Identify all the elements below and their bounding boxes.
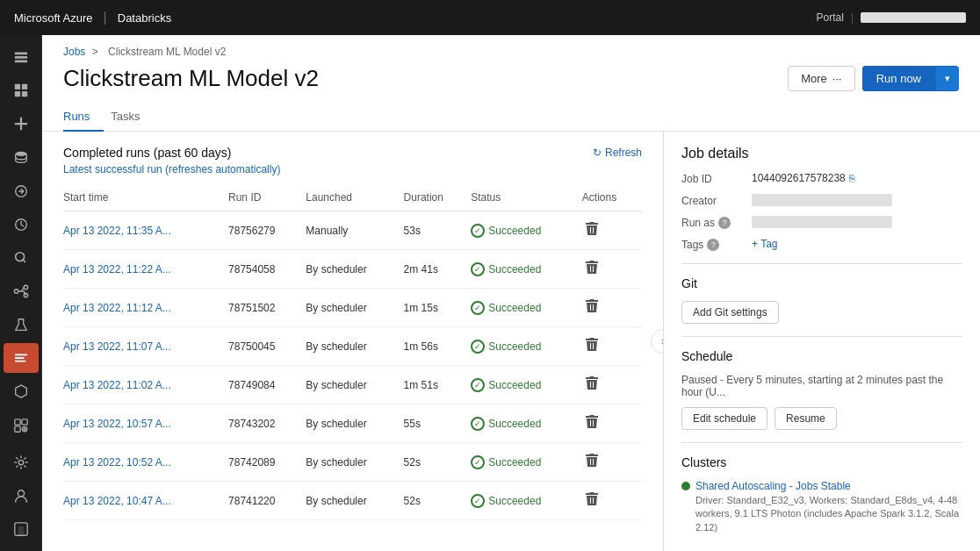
run-now-button[interactable]: Run now — [862, 66, 935, 91]
latest-run-link[interactable]: Latest successful run (refreshes automat… — [63, 163, 642, 175]
cluster-description: Driver: Standard_E32_v3, Workers: Standa… — [695, 494, 962, 534]
tags-help-icon[interactable]: ? — [707, 239, 719, 251]
refresh-button[interactable]: ↻ Refresh — [593, 147, 642, 159]
runs-panel: Completed runs (past 60 days) ↻ Refresh … — [42, 132, 664, 551]
delete-run-button[interactable] — [582, 452, 602, 472]
tab-tasks[interactable]: Tasks — [111, 103, 154, 132]
layers-icon — [12, 48, 30, 66]
tab-runs[interactable]: Runs — [63, 103, 104, 132]
divider-schedule — [681, 336, 962, 337]
run-start-time-link[interactable]: Apr 13 2022, 11:35 A... — [63, 225, 171, 237]
copy-job-id-icon[interactable]: ⎘ — [849, 173, 855, 183]
sidebar-item-repos[interactable] — [4, 176, 39, 206]
sidebar-item-features[interactable] — [4, 411, 39, 440]
content-area: Jobs > Clickstream ML Model v2 Clickstre… — [42, 35, 980, 551]
sidebar-item-help[interactable] — [4, 514, 39, 544]
more-button-label: More — [801, 72, 827, 85]
features-icon — [12, 417, 30, 434]
svg-rect-0 — [14, 53, 26, 55]
delete-run-button[interactable] — [582, 259, 602, 279]
run-duration-cell: 2m 41s — [404, 250, 472, 289]
sidebar-item-search[interactable] — [4, 243, 39, 273]
sidebar-item-jobs[interactable] — [4, 343, 39, 373]
run-start-time-link[interactable]: Apr 13 2022, 11:07 A... — [63, 340, 171, 353]
svg-rect-18 — [21, 419, 26, 424]
run-start-time-link[interactable]: Apr 13 2022, 10:57 A... — [63, 418, 171, 430]
sidebar-item-data[interactable] — [4, 142, 39, 172]
run-start-time-link[interactable]: Apr 13 2022, 10:47 A... — [63, 495, 171, 507]
run-start-time-link[interactable]: Apr 13 2022, 11:02 A... — [63, 379, 171, 391]
run-status-cell: Succeeded — [471, 250, 582, 289]
expand-panel-button[interactable]: › — [651, 329, 664, 354]
delete-run-button[interactable] — [582, 336, 602, 356]
table-row: Apr 13 2022, 10:52 A... 78742089 By sche… — [63, 443, 642, 482]
run-start-time-link[interactable]: Apr 13 2022, 11:22 A... — [63, 263, 171, 276]
sidebar-item-models[interactable] — [4, 376, 39, 406]
sidebar-item-layers[interactable] — [4, 42, 39, 72]
nav-divider: | — [104, 10, 107, 25]
brand-name: Microsoft Azure — [14, 11, 93, 25]
run-launched-cell: By scheduler — [306, 482, 403, 520]
run-now-dropdown-button[interactable]: ▾ — [935, 67, 959, 90]
run-id-cell: 78751502 — [228, 289, 306, 327]
portal-link[interactable]: Portal — [817, 11, 844, 24]
svg-rect-1 — [14, 56, 26, 59]
svg-rect-17 — [14, 419, 19, 424]
add-git-button[interactable]: Add Git settings — [681, 301, 779, 324]
job-id-row: Job ID 1044092617578238 ⎘ — [681, 172, 962, 185]
run-as-row: Run as ? — [681, 216, 962, 229]
run-as-help-icon[interactable]: ? — [718, 217, 731, 229]
sidebar-item-settings[interactable] — [4, 447, 39, 477]
repos-icon — [12, 182, 30, 200]
sidebar-item-dashboard[interactable] — [4, 75, 39, 105]
run-launched-cell: By scheduler — [306, 366, 403, 404]
edit-schedule-button[interactable]: Edit schedule — [681, 407, 767, 430]
delete-run-button[interactable] — [582, 220, 602, 240]
tabs-bar: Runs Tasks — [42, 103, 980, 132]
svg-point-12 — [24, 285, 28, 290]
run-id-cell: 78749084 — [228, 366, 306, 404]
delete-run-button[interactable] — [582, 297, 602, 318]
sidebar-item-new[interactable] — [4, 109, 39, 139]
jobs-icon — [12, 349, 30, 367]
creator-value — [752, 194, 892, 206]
split-layout: Completed runs (past 60 days) ↻ Refresh … — [42, 132, 980, 551]
run-id-cell: 78741220 — [228, 482, 306, 520]
creator-row: Creator — [681, 194, 962, 207]
cluster-name-link[interactable]: Shared Autoscaling - Jobs Stable — [695, 480, 962, 492]
sidebar-item-user[interactable] — [4, 481, 39, 511]
more-dots-icon: ··· — [832, 72, 842, 85]
run-duration-cell: 1m 15s — [404, 289, 472, 327]
run-status-cell: Succeeded — [471, 482, 582, 520]
more-button[interactable]: More ··· — [788, 66, 854, 91]
top-navigation: Microsoft Azure | Databricks Portal | — [0, 0, 980, 35]
sidebar-item-experiments[interactable] — [4, 310, 39, 340]
svg-point-22 — [18, 490, 24, 497]
status-succeeded-icon — [471, 494, 485, 508]
status-label: Succeeded — [488, 456, 541, 469]
run-launched-cell: By scheduler — [306, 443, 403, 482]
status-label: Succeeded — [488, 302, 541, 314]
delete-run-button[interactable] — [582, 490, 602, 511]
run-start-time-link[interactable]: Apr 13 2022, 11:12 A... — [63, 302, 171, 314]
divider-git — [681, 263, 962, 264]
jobs-breadcrumb-link[interactable]: Jobs — [63, 46, 85, 58]
clusters-section: Clusters Shared Autoscaling - Jobs Stabl… — [681, 455, 962, 534]
status-succeeded-icon — [471, 262, 485, 276]
add-tag-button[interactable]: + Tag — [752, 238, 777, 250]
delete-run-button[interactable] — [582, 375, 602, 395]
run-launched-cell: Manually — [306, 211, 403, 250]
sidebar-item-history[interactable] — [4, 210, 39, 240]
status-succeeded-icon — [471, 455, 485, 469]
run-start-time-link[interactable]: Apr 13 2022, 10:52 A... — [63, 456, 171, 469]
run-launched-cell: By scheduler — [306, 327, 403, 366]
resume-schedule-button[interactable]: Resume — [775, 407, 837, 430]
status-succeeded-icon — [471, 340, 485, 354]
sidebar-item-workflow[interactable] — [4, 276, 39, 306]
run-duration-cell: 1m 51s — [404, 366, 472, 404]
status-label: Succeeded — [488, 379, 541, 391]
job-id-label: Job ID — [681, 172, 752, 185]
svg-point-11 — [14, 290, 18, 294]
tags-label: Tags ? — [681, 238, 752, 251]
delete-run-button[interactable] — [582, 413, 602, 433]
